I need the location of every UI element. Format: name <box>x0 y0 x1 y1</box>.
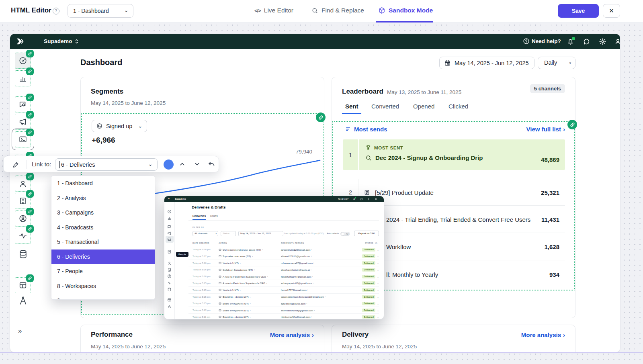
delivery-row: Today at 5:15 pm Share everywhere (6/7)›… <box>188 300 379 307</box>
status-badge: Delivered <box>362 315 375 319</box>
chevron-down-button[interactable] <box>194 161 201 168</box>
sidebar-item-people[interactable] <box>15 176 31 192</box>
tab-find-replace[interactable]: Find & Replace <box>311 7 364 14</box>
chevron-right-icon: › <box>563 331 565 338</box>
page-title: Dashboard <box>80 58 122 67</box>
mini-tab-drafts: Drafts <box>210 215 218 217</box>
sidebar-item-workspaces[interactable] <box>15 193 31 209</box>
status-badge: Delivered <box>362 254 375 258</box>
delivery-more-link[interactable]: More analysis › <box>521 331 565 338</box>
row-action: Share everywhere (6/7) <box>223 309 249 312</box>
caret-down-icon: ▾ <box>569 57 571 70</box>
link-badge-icon <box>26 208 34 215</box>
terminal-icon <box>18 135 27 144</box>
notifications-bell-icon[interactable] <box>567 38 574 45</box>
database-icon[interactable] <box>18 249 28 259</box>
compass-icon[interactable] <box>18 296 28 306</box>
link-toolbar: Link to: 6 - Deliveries ⌄ <box>3 156 219 172</box>
row-name: [5/29] Product Update <box>375 189 434 196</box>
sidebar-item-dashboard[interactable] <box>15 53 31 69</box>
row-action: Our recommended use cases (7/7) <box>223 248 261 251</box>
menu-item-dashboard[interactable]: 1 - Dashboard <box>51 176 155 191</box>
channels-badge: 5 channels <box>530 84 565 93</box>
date-range-value: May 14, 2025 - Jun 12, 2025 <box>455 60 529 66</box>
row-time: Today at 5:13 pm <box>192 309 210 311</box>
mail-icon <box>219 262 221 264</box>
sidebar-item-broadcasts[interactable] <box>15 114 31 130</box>
menu-item-transactional[interactable]: 5 - Transactional <box>51 235 155 249</box>
help-circle-icon[interactable] <box>523 38 530 45</box>
chat-at-icon <box>18 100 27 109</box>
menu-item-workspaces[interactable]: 8 - Workspaces <box>51 279 155 294</box>
sidebar-collapse-icon[interactable]: » <box>18 327 22 335</box>
view-full-list-link[interactable]: View full list › <box>526 126 565 133</box>
chevron-up-button[interactable] <box>179 161 186 168</box>
menu-item-analysis[interactable]: 2 - Analysis <box>51 191 155 206</box>
mini-sidebar: » <box>164 202 175 319</box>
mini-tab-deliveries: Deliveries <box>192 215 206 220</box>
account-icon[interactable] <box>614 38 620 45</box>
megaphone-icon <box>167 231 172 235</box>
tab-sandbox-mode[interactable]: Sandbox Mode <box>378 7 433 14</box>
sidebar-item-analysis[interactable] <box>15 70 31 86</box>
gear-icon[interactable] <box>599 38 606 45</box>
building-icon <box>167 268 172 272</box>
segment-select[interactable]: Signed up ⌄ <box>92 120 147 132</box>
link-badge-icon <box>26 225 34 233</box>
menu-item-campaigns[interactable]: 3 - Campaigns <box>51 205 155 220</box>
help-icon[interactable]: ? <box>53 8 59 14</box>
page-bottom-edge <box>0 352 643 353</box>
mail-icon <box>219 295 221 298</box>
layout-table-icon <box>167 298 172 302</box>
tab-sent[interactable]: Sent <box>345 103 358 110</box>
save-button[interactable]: Save <box>558 4 599 18</box>
workspace-switcher-icon[interactable] <box>74 38 79 45</box>
menu-item-deliveries[interactable]: 6 - Deliveries <box>51 249 155 264</box>
page-select[interactable]: 1 - Dashboard ⌄ <box>68 4 133 18</box>
undo-icon[interactable] <box>208 161 215 168</box>
gauge-icon <box>18 56 27 65</box>
mail-icon <box>219 255 221 258</box>
need-help-link[interactable]: Need help? <box>532 34 561 49</box>
sidebar-item-collections[interactable] <box>15 277 31 293</box>
row-name: 2024 - Trial Ending, Trial Ended & Conve… <box>386 216 530 223</box>
megaphone-icon <box>18 117 27 126</box>
mini-header: » Supademo Need help? <box>164 196 384 202</box>
close-button[interactable]: ✕ <box>603 4 620 18</box>
date-range-picker[interactable]: May 14, 2025 - Jun 12, 2025 <box>439 57 534 69</box>
editor-title: HTML Editor <box>11 6 51 14</box>
brush-icon[interactable] <box>12 161 20 168</box>
sidebar-item-account[interactable] <box>15 211 31 227</box>
granularity-select[interactable]: Daily ▾ <box>538 57 575 69</box>
filter-by-label: FILTER BY <box>192 227 204 229</box>
tab-opened[interactable]: Opened <box>413 103 434 110</box>
delivery-title: Delivery <box>342 331 369 339</box>
export-csv-button: Export to CSV <box>354 231 379 236</box>
chat-icon[interactable] <box>583 38 590 45</box>
sidebar-item-activity[interactable] <box>15 228 31 244</box>
link-badge-icon <box>26 173 34 180</box>
tab-clicked[interactable]: Clicked <box>448 103 468 110</box>
html-editor-window: HTML Editor ? 1 - Dashboard ⌄ </> Live E… <box>0 0 643 364</box>
delivery-date-range: May 14, 2025 to June 12, 2025 <box>342 344 417 350</box>
performance-more-link[interactable]: More analysis › <box>270 331 314 338</box>
color-swatch[interactable] <box>164 160 174 170</box>
col-recipient: RECIPIENT / PERSON <box>281 242 304 244</box>
editor-toolbar: HTML Editor ? 1 - Dashboard ⌄ </> Live E… <box>0 0 643 22</box>
inbox-icon <box>167 237 172 241</box>
workspace-name[interactable]: Supademo <box>44 34 72 49</box>
chat-icon <box>360 198 363 200</box>
menu-item-people[interactable]: 7 - People <box>51 264 155 279</box>
tab-converted[interactable]: Converted <box>371 103 399 110</box>
link-target-select[interactable]: 6 - Deliveries ⌄ <box>55 158 158 171</box>
delivery-row: Today at 5:16 pm A note to Faisal from S… <box>188 273 379 280</box>
leaderboard-date-range: May 13, 2025 to June 11, 2025 <box>387 89 461 95</box>
menu-item-broadcasts[interactable]: 4 - Broadcasts <box>51 220 155 235</box>
account-icon <box>375 198 377 200</box>
sidebar-item-transactional[interactable] <box>15 131 31 147</box>
tab-live-editor[interactable]: </> Live Editor <box>254 7 293 14</box>
divider <box>332 99 575 99</box>
sidebar-item-campaigns[interactable] <box>15 96 31 112</box>
menu-item-partial[interactable]: 9 - <box>51 293 155 300</box>
leaderboard-row-top[interactable]: 1 MOST SENT Dec 2024 - Signup & Onboardi… <box>343 139 565 170</box>
